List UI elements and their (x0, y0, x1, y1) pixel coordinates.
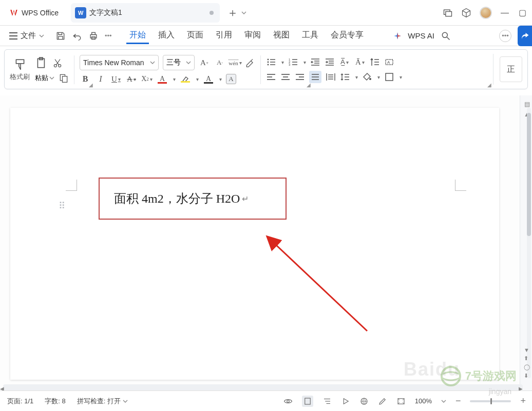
zoom-slider[interactable] (470, 400, 511, 402)
app-tab[interactable]: WPS Office (4, 4, 64, 22)
nav-circle-icon[interactable]: ◯ (524, 364, 530, 370)
status-spellcheck[interactable]: 拼写检查: 打开 (77, 397, 128, 406)
zoom-in-button[interactable]: + (520, 396, 526, 406)
shading-button[interactable]: A (203, 73, 214, 85)
tab-references[interactable]: 引用 (213, 28, 235, 44)
file-menu[interactable]: 文件 (5, 29, 48, 43)
new-tab-button[interactable]: ＋ (227, 5, 246, 21)
page-up-icon[interactable]: ⬆ (524, 355, 530, 362)
text-effects-button[interactable]: Ā▾ (354, 56, 366, 68)
char-border-button[interactable]: A (226, 74, 236, 84)
scroll-down-icon[interactable]: ▼ (524, 347, 530, 353)
chevron-down-icon[interactable] (441, 399, 446, 404)
tab-home[interactable]: 开始 (126, 28, 149, 44)
fill-color-icon[interactable] (362, 72, 372, 82)
format-painter-group[interactable]: 格式刷 (10, 58, 30, 82)
text-direction-icon[interactable] (370, 57, 380, 67)
more-qat-button[interactable]: ••• (105, 32, 112, 40)
scrollbar-thumb[interactable] (527, 113, 531, 236)
highlight-drop[interactable]: ▾ (196, 76, 199, 82)
increase-indent-icon[interactable] (325, 57, 335, 67)
paragraph-launcher[interactable]: ◢ (487, 82, 491, 88)
align-left-icon[interactable] (266, 72, 276, 82)
cut-icon[interactable] (52, 58, 63, 68)
numbering-icon[interactable]: 123 (288, 57, 298, 67)
search-icon[interactable] (441, 31, 451, 41)
align-justify-icon[interactable] (309, 71, 321, 83)
user-avatar[interactable] (480, 7, 492, 19)
options-icon[interactable]: ▤ (524, 101, 530, 108)
borders-drop[interactable]: ▾ (400, 74, 402, 80)
status-page[interactable]: 页面: 1/1 (7, 397, 33, 406)
web-layout-icon[interactable] (359, 397, 369, 406)
strikethrough-button[interactable]: A▾ (126, 73, 137, 85)
play-icon[interactable] (341, 397, 350, 406)
page[interactable]: ⠿ 面积 4m2，水分子 H2O ↵ (10, 108, 499, 380)
decrease-indent-icon[interactable] (310, 57, 320, 67)
borders-icon[interactable] (384, 72, 394, 82)
tab-insert[interactable]: 插入 (155, 28, 178, 44)
tab-view[interactable]: 视图 (270, 28, 293, 44)
status-words[interactable]: 字数: 8 (45, 397, 65, 406)
vertical-scrollbar[interactable] (525, 108, 532, 378)
eye-icon[interactable] (283, 397, 293, 406)
wps-ai-button[interactable]: WPS AI (393, 31, 434, 40)
windows-icon[interactable] (443, 8, 453, 18)
copy-icon[interactable] (59, 73, 69, 83)
fit-page-icon[interactable] (396, 397, 406, 406)
style-normal-preview[interactable]: 正 (500, 56, 522, 82)
line-spacing-icon[interactable] (340, 72, 350, 82)
distributed-icon[interactable] (326, 72, 336, 82)
tab-review[interactable]: 审阅 (241, 28, 264, 44)
shrink-font-button[interactable]: A- (214, 57, 225, 68)
highlighted-text-box[interactable]: 面积 4m2，水分子 H2O ↵ (99, 178, 287, 220)
tab-page[interactable]: 页面 (184, 28, 206, 44)
document-tab[interactable]: W 文字文稿1 (71, 3, 220, 23)
pen-icon[interactable] (378, 397, 387, 406)
zoom-out-button[interactable]: − (455, 396, 461, 406)
outline-view-icon[interactable] (322, 397, 332, 406)
print-icon[interactable] (88, 31, 99, 41)
drag-handle-icon[interactable]: ⠿ (59, 200, 65, 211)
minimize-button[interactable]: — (500, 8, 509, 17)
horizontal-scrollbar[interactable] (3, 384, 523, 390)
tab-member[interactable]: 会员专享 (328, 28, 367, 44)
superscript-button[interactable]: X2▾ (141, 73, 153, 85)
page-down-icon[interactable]: ⬇ (524, 373, 530, 379)
shading-drop[interactable]: ▾ (219, 76, 222, 82)
titlebar: WPS Office W 文字文稿1 ＋ — ▢ (0, 0, 532, 26)
zoom-level[interactable]: 100% (415, 397, 432, 405)
clipboard-launcher[interactable]: ◢ (89, 82, 93, 88)
underline-button[interactable]: U▾ (110, 73, 122, 85)
page-view-icon[interactable] (302, 396, 313, 407)
document-text[interactable]: 面积 4m2，水分子 H2O (114, 190, 240, 207)
grow-font-button[interactable]: A+ (199, 57, 210, 68)
bullets-icon[interactable] (266, 57, 276, 67)
font-size-select[interactable]: 三号 (163, 55, 195, 70)
align-center-icon[interactable] (280, 72, 291, 82)
font-color-drop[interactable]: ▾ (173, 76, 176, 82)
change-case-button[interactable]: A̲̅▾ (339, 56, 350, 68)
font-name-select[interactable]: Times New Roman (80, 55, 159, 70)
save-icon[interactable] (55, 31, 66, 41)
italic-button[interactable]: I (95, 73, 106, 85)
cube-icon[interactable] (461, 8, 471, 18)
bullets-drop[interactable]: ▾ (281, 60, 284, 65)
share-button[interactable] (518, 26, 532, 46)
phonetic-guide-button[interactable]: wén▾ (230, 57, 241, 68)
font-color-button[interactable]: A (157, 73, 168, 85)
clear-format-icon[interactable] (245, 57, 255, 68)
font-launcher[interactable]: ◢ (307, 82, 311, 88)
undo-icon[interactable] (72, 31, 82, 41)
align-right-icon[interactable] (295, 72, 305, 82)
numbering-drop[interactable]: ▾ (303, 60, 306, 65)
paste-label[interactable]: 粘贴 (35, 73, 54, 83)
fill-color-drop[interactable]: ▾ (377, 74, 380, 80)
character-scaling-icon[interactable]: A (384, 57, 394, 67)
cloud-sync-icon[interactable]: ••• (499, 30, 511, 42)
highlight-button[interactable] (180, 73, 191, 85)
line-spacing-drop[interactable]: ▾ (355, 74, 358, 80)
paste-button[interactable] (35, 56, 48, 70)
maximize-button[interactable]: ▢ (518, 8, 527, 17)
tab-tools[interactable]: 工具 (299, 28, 321, 44)
